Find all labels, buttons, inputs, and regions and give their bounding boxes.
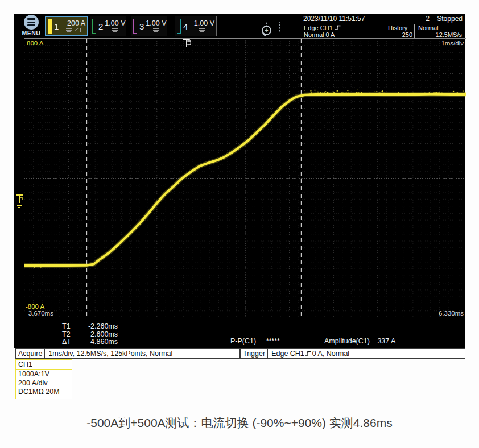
amplitude-value: 337 A — [377, 337, 395, 345]
coupling-icon — [199, 28, 206, 32]
channel-2-color-marker — [92, 19, 96, 34]
channel-1-info-box[interactable]: CH1 1000A:1V 200 A/div DC1MΩ 20M — [15, 359, 72, 399]
cursor-dt-value: 4.860ms — [77, 338, 118, 346]
channel-4-color-marker — [177, 19, 181, 34]
ch1-probe-ratio: 1000A:1V — [16, 370, 72, 379]
channel-4-number: 4 — [183, 22, 188, 31]
measurement-readouts: T1-2.260ms T22.600ms ΔT4.860ms P-P(C1) *… — [14, 321, 465, 348]
acquisition-count: 2 — [404, 15, 430, 23]
trigger-level-marker-icon[interactable] — [15, 192, 24, 210]
ch1-info-title: CH1 — [16, 360, 72, 370]
pp-label: P-P(C1) — [230, 337, 256, 345]
acquire-settings-text: 1ms/div, 12.5MS/s, 125kPoints, Normal — [45, 350, 176, 358]
trigger-label: Trigger — [241, 349, 268, 358]
probe-icon — [75, 28, 81, 32]
history-box[interactable]: History 250 — [386, 24, 415, 38]
cursor-readouts: T1-2.260ms T22.600ms ΔT4.860ms — [62, 323, 118, 346]
trigger-source-label: Edge CH1 — [304, 24, 333, 31]
menu-button[interactable]: MENU — [19, 15, 44, 38]
channel-1-box[interactable]: 1 200 A — [45, 16, 88, 36]
waveform-graticule: 800 A -800 A -3.670ms 6.330ms 1ms/div — [24, 38, 466, 318]
channel-4-scale: 1.00 V — [194, 20, 214, 27]
amplitude-label: Amplitude(C1) — [324, 337, 370, 345]
zoom-search-button[interactable]: + — [261, 22, 280, 37]
trigger-settings-pre: Edge CH1 — [271, 350, 304, 358]
channel-4-box[interactable]: 4 1.00 V — [175, 16, 217, 36]
channel-3-number: 3 — [139, 22, 144, 31]
cursor-t1-value: -2.260ms — [77, 323, 118, 331]
header-status-row: 2023/11/10 11:51:57 2 Stopped — [299, 15, 464, 23]
channel-1-color-marker — [48, 19, 52, 34]
trigger-settings-post: 0 A, Normal — [312, 350, 349, 358]
left-time-label: -3.670ms — [26, 310, 53, 317]
trigger-status-group: Trigger Edge CH1 0 A, Normal — [240, 348, 465, 359]
trigger-mode-label: Normal 0 A — [304, 31, 383, 38]
status-strip: Acquire 1ms/div, 12.5MS/s, 125kPoints, N… — [15, 348, 465, 359]
cursor-dt-label: ΔT — [62, 338, 77, 346]
channel-3-box[interactable]: 3 1.00 V — [131, 16, 167, 36]
right-time-label: 6.330ms — [439, 310, 464, 317]
run-state-label: Stopped — [437, 15, 463, 23]
history-label: History — [388, 24, 412, 31]
coupling-icon — [152, 28, 160, 32]
acquire-status-group: Acquire 1ms/div, 12.5MS/s, 125kPoints, N… — [15, 348, 240, 359]
trigger-info-box[interactable]: Edge CH1 Normal 0 A — [302, 24, 385, 38]
magnifier-icon: + — [262, 26, 271, 35]
channel-2-scale: 1.00 V — [105, 20, 125, 27]
channel-1-number: 1 — [54, 22, 59, 31]
acquire-label: Acquire — [16, 349, 45, 358]
ch1-scale: 200 A/div — [16, 379, 72, 388]
hamburger-icon — [24, 15, 39, 30]
bottom-amplitude-label: -800 A — [26, 303, 44, 310]
sample-rate-value: 12.5MS/s — [418, 31, 462, 38]
channel-1-scale: 200 A — [67, 20, 85, 27]
test-result-caption: -500A到+500A测试：电流切换 (-90%~+90%) 实测4.86ms — [0, 415, 479, 431]
rising-edge-icon — [305, 350, 312, 356]
cursor-t2-label: T2 — [62, 331, 77, 339]
channel-3-color-marker — [133, 19, 137, 34]
scope-screen: MENU 1 200 A 2 1.00 V — [14, 14, 465, 348]
oscilloscope-screenshot-page: MENU 1 200 A 2 1.00 V — [0, 0, 479, 448]
history-count: 250 — [388, 31, 412, 38]
sample-mode-label: Normal — [418, 24, 462, 31]
channel-3-scale: 1.00 V — [146, 20, 166, 27]
scope-topbar: MENU 1 200 A 2 1.00 V — [14, 14, 465, 38]
sample-mode-box[interactable]: Normal 12.5MS/s — [416, 24, 464, 38]
cursor-t1-label: T1 — [62, 323, 77, 331]
coupling-icon — [112, 28, 119, 32]
timebase-label: 1ms/div — [441, 40, 464, 47]
pp-value: ***** — [266, 337, 280, 345]
amplitude-measure: Amplitude(C1) 337 A — [324, 337, 395, 345]
datetime-label: 2023/11/10 11:51:57 — [303, 15, 365, 23]
pp-measure: P-P(C1) ***** — [230, 337, 280, 345]
menu-label: MENU — [19, 30, 44, 36]
top-amplitude-label: 800 A — [27, 40, 43, 47]
rising-edge-icon — [335, 24, 341, 31]
cursor-t2-value: 2.600ms — [77, 331, 118, 339]
channel-2-number: 2 — [98, 22, 103, 31]
waveform-canvas — [24, 39, 466, 318]
coupling-icon — [65, 28, 73, 32]
ch1-coupling: DC1MΩ 20M — [16, 388, 72, 397]
channel-2-box[interactable]: 2 1.00 V — [90, 16, 126, 36]
